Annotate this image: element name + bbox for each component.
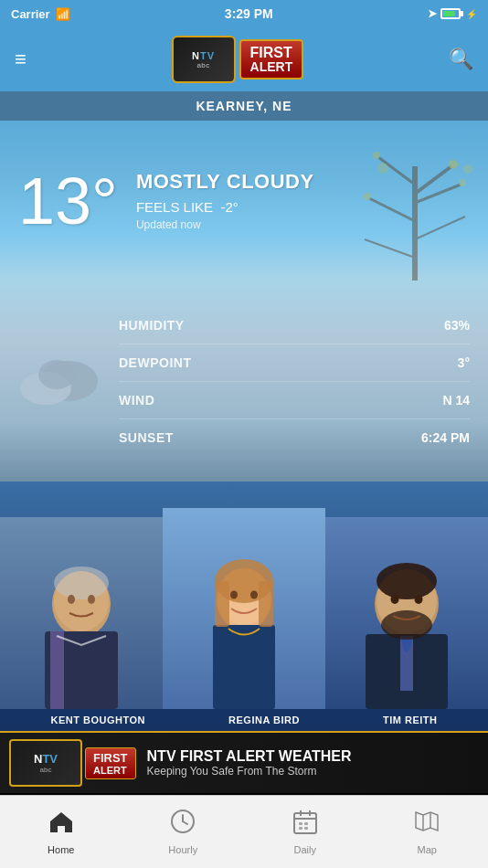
meteorologist-names-bar: KENT BOUGHTON REGINA BIRD TIM REITH xyxy=(0,709,488,731)
met-name-regina: REGINA BIRD xyxy=(228,715,300,725)
met-name-kent: KENT BOUGHTON xyxy=(51,715,145,725)
tab-bar: Home Hourly Daily xyxy=(0,795,488,868)
svg-point-15 xyxy=(38,360,75,389)
sunset-value: 6:24 PM xyxy=(421,430,470,445)
svg-rect-51 xyxy=(304,822,308,825)
ntv-text: NTV xyxy=(192,50,215,61)
first-alert-logo: FIRST ALERT xyxy=(239,39,304,80)
svg-point-11 xyxy=(377,163,388,174)
location-text: KEARNEY, NE xyxy=(196,99,292,113)
status-right: ➤ ⚡ xyxy=(428,7,477,20)
location-icon: ➤ xyxy=(428,7,437,20)
humidity-label: HUMIDITY xyxy=(119,318,185,333)
svg-point-32 xyxy=(250,591,258,599)
weather-details: HUMIDITY 63% DEWPOINT 3° WIND N 14 SUNSE… xyxy=(0,281,488,482)
meteorologists-section: KENT BOUGHTON REGINA BIRD TIM REITH xyxy=(0,482,488,731)
banner-ntv-text: NTV xyxy=(34,752,58,766)
tab-hourly[interactable]: Hourly xyxy=(122,796,245,868)
met-kent xyxy=(0,517,163,709)
met-name-tim: TIM REITH xyxy=(383,715,438,725)
wifi-icon: 📶 xyxy=(56,7,70,21)
status-left: Carrier 📶 xyxy=(11,7,70,21)
svg-point-31 xyxy=(230,591,238,599)
search-icon[interactable]: 🔍 xyxy=(449,48,473,71)
svg-point-22 xyxy=(68,595,75,604)
svg-point-21 xyxy=(54,566,109,599)
dewpoint-row: DEWPOINT 3° xyxy=(119,344,470,382)
met-tim xyxy=(325,517,488,709)
menu-icon[interactable]: ≡ xyxy=(15,48,27,71)
svg-rect-19 xyxy=(50,631,64,709)
dewpoint-label: DEWPOINT xyxy=(119,355,191,370)
home-icon xyxy=(48,809,74,841)
banner-abc-text: abc xyxy=(40,766,52,774)
banner-ntv-logo: NTV abc xyxy=(9,739,82,787)
wind-row: WIND N 14 xyxy=(119,382,470,419)
svg-rect-29 xyxy=(215,581,229,627)
svg-rect-26 xyxy=(213,625,275,709)
svg-line-6 xyxy=(365,239,415,258)
tab-home-label: Home xyxy=(48,844,74,855)
hourly-icon xyxy=(170,809,196,841)
svg-rect-53 xyxy=(304,827,308,830)
svg-point-39 xyxy=(377,563,437,599)
svg-point-7 xyxy=(449,160,458,169)
humidity-value: 63% xyxy=(444,318,470,333)
banner-subtitle: Keeping You Safe From The Storm xyxy=(147,765,479,778)
svg-point-9 xyxy=(459,179,466,186)
ntv-logo: NTV abc xyxy=(172,36,236,83)
dewpoint-value: 3° xyxy=(458,355,470,370)
alert-text: ALERT xyxy=(250,60,293,74)
wind-label: WIND xyxy=(119,393,154,408)
svg-rect-52 xyxy=(299,827,302,830)
details-table: HUMIDITY 63% DEWPOINT 3° WIND N 14 SUNSE… xyxy=(119,307,470,456)
svg-point-23 xyxy=(88,595,95,604)
feels-like-label: FEELS LIKE xyxy=(136,199,213,215)
tab-daily[interactable]: Daily xyxy=(244,796,366,868)
tab-map[interactable]: Map xyxy=(366,796,489,868)
battery-icon xyxy=(440,8,461,19)
svg-line-4 xyxy=(369,198,415,221)
logo-container[interactable]: NTV abc FIRST ALERT xyxy=(172,36,304,83)
banner-first-alert-badge: FIRST ALERT xyxy=(85,747,136,779)
tab-daily-label: Daily xyxy=(294,844,316,855)
status-time: 3:29 PM xyxy=(225,6,273,21)
cloud-icon xyxy=(18,343,101,420)
temperature-display: 13° xyxy=(18,168,118,234)
svg-point-8 xyxy=(373,152,380,159)
svg-rect-30 xyxy=(259,581,273,627)
location-bar: KEARNEY, NE xyxy=(0,91,488,121)
banner-alert-text: ALERT xyxy=(93,765,128,776)
map-icon xyxy=(414,809,440,841)
svg-point-10 xyxy=(364,193,371,200)
svg-marker-54 xyxy=(416,812,438,831)
humidity-row: HUMIDITY 63% xyxy=(119,307,470,344)
svg-line-45 xyxy=(183,821,187,824)
abc-text: abc xyxy=(196,61,209,69)
tab-home[interactable]: Home xyxy=(0,796,122,868)
svg-point-41 xyxy=(391,595,399,604)
status-bar: Carrier 📶 3:29 PM ➤ ⚡ xyxy=(0,0,488,27)
tree-decoration xyxy=(333,121,488,281)
svg-rect-50 xyxy=(299,822,302,825)
feels-like-value: -2° xyxy=(220,199,238,215)
tab-hourly-label: Hourly xyxy=(168,844,197,855)
first-text: FIRST xyxy=(250,45,293,61)
banner-title: NTV FIRST ALERT WEATHER xyxy=(147,748,479,765)
banner-text-block: NTV FIRST ALERT WEATHER Keeping You Safe… xyxy=(147,748,479,778)
daily-icon xyxy=(292,809,318,841)
tab-map-label: Map xyxy=(418,844,437,855)
alert-banner: NTV abc FIRST ALERT NTV FIRST ALERT WEAT… xyxy=(0,731,488,793)
weather-main: 13° MOSTLY CLOUDY FEELS LIKE -2° Updated… xyxy=(0,121,488,281)
sunset-label: SUNSET xyxy=(119,430,174,445)
svg-point-12 xyxy=(463,164,472,174)
sunset-row: SUNSET 6:24 PM xyxy=(119,419,470,456)
svg-point-40 xyxy=(381,610,432,640)
met-photos xyxy=(0,482,488,709)
wind-value: N 14 xyxy=(442,393,470,408)
met-regina xyxy=(163,508,325,709)
banner-first-text: FIRST xyxy=(93,751,128,765)
charging-icon: ⚡ xyxy=(466,9,477,19)
carrier-label: Carrier xyxy=(11,7,50,21)
svg-point-42 xyxy=(415,595,423,604)
